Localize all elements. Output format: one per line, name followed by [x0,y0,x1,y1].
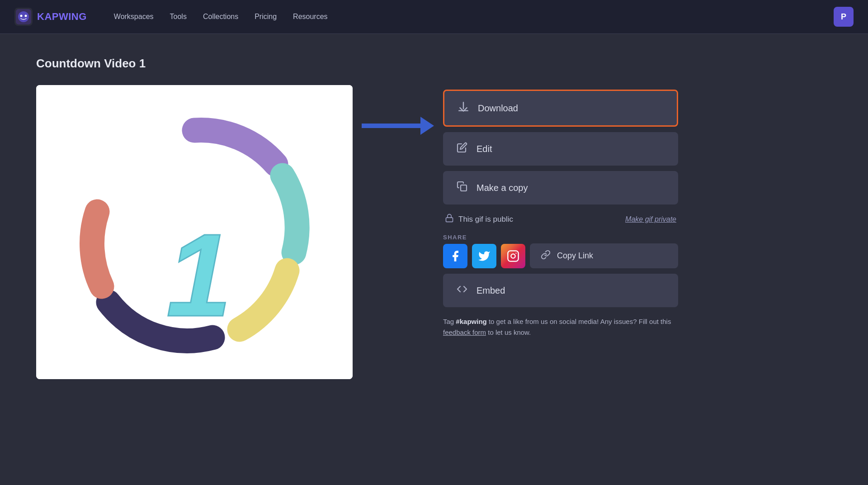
share-row: Copy Link [443,243,678,268]
share-label: SHARE [443,234,678,241]
facebook-share-button[interactable] [443,244,467,268]
copy-icon [456,181,468,195]
svg-point-4 [25,15,27,17]
make-private-link[interactable]: Make gif private [625,215,676,223]
tag-text: Tag #kapwing to get a like from us on so… [443,316,678,338]
svg-point-2 [18,11,29,22]
make-copy-label: Make a copy [476,183,528,193]
public-status-label: This gif is public [458,215,513,224]
embed-label: Embed [476,285,505,296]
countdown-svg: 1 1 [36,85,353,379]
arrow-container [353,85,443,139]
download-button[interactable]: Download [443,90,678,127]
copy-link-label: Copy Link [557,251,593,261]
svg-text:1: 1 [166,209,232,341]
arrow-pointing-right [362,112,434,139]
content-row: 1 1 Download [36,85,832,379]
svg-marker-9 [420,117,434,135]
embed-button[interactable]: Embed [443,274,678,307]
tag-hashtag: #kapwing [456,318,486,325]
twitter-share-button[interactable] [472,244,496,268]
nav-resources[interactable]: Resources [293,13,327,21]
edit-button[interactable]: Edit [443,132,678,166]
link-icon [541,250,551,262]
nav-collections[interactable]: Collections [203,13,238,21]
embed-icon [456,284,468,297]
main-content: Countdown Video 1 1 1 [0,34,868,402]
svg-rect-10 [461,185,467,191]
public-row: This gif is public Make gif private [443,210,678,228]
svg-point-14 [515,252,516,253]
svg-rect-11 [446,218,453,222]
download-label: Download [478,103,518,114]
edit-icon [456,142,468,156]
feedback-form-link[interactable]: feedback form [443,328,486,336]
navbar: KAPWING Workspaces Tools Collections Pri… [0,0,868,34]
public-label-container: This gif is public [445,214,513,225]
kapwing-logo-icon [14,8,33,26]
actions-panel: Download Edit [443,85,678,338]
svg-point-3 [20,15,23,17]
nav-tools[interactable]: Tools [170,13,187,21]
nav-links: Workspaces Tools Collections Pricing Res… [114,13,816,21]
nav-pricing[interactable]: Pricing [255,13,277,21]
make-copy-button[interactable]: Make a copy [443,171,678,204]
video-preview: 1 1 [36,85,353,379]
edit-label: Edit [476,144,492,154]
download-icon [457,101,470,115]
tag-prefix: Tag [443,318,456,325]
tag-suffix: to let us know. [486,328,531,336]
logo-area[interactable]: KAPWING [14,8,87,26]
svg-point-13 [511,254,515,258]
user-avatar[interactable]: P [834,7,854,27]
tag-middle: to get a like from us on social media! A… [487,318,671,325]
lock-icon [445,214,454,225]
page-title: Countdown Video 1 [36,57,832,71]
nav-workspaces[interactable]: Workspaces [114,13,154,21]
copy-link-button[interactable]: Copy Link [530,243,678,268]
svg-rect-12 [508,251,518,261]
share-section: SHARE [443,234,678,268]
logo-text: KAPWING [37,11,87,23]
instagram-share-button[interactable] [501,244,525,268]
